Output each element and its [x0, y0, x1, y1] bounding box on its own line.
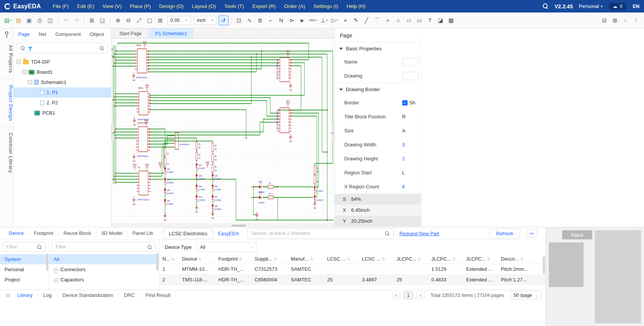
sidebar-tab-common-library[interactable]: Common Library — [0, 127, 13, 179]
gnd-flag-icon[interactable]: ⊥▾ — [319, 16, 329, 25]
sort-icon[interactable]: ⇅ — [487, 257, 490, 261]
property-input[interactable] — [402, 72, 419, 80]
tab-3d-model[interactable]: 3D Model — [96, 231, 128, 236]
annotate-icon[interactable]: ⊟ — [599, 16, 609, 25]
column-header-jlcpc[interactable]: JLCPC...⇅ — [394, 254, 428, 264]
property-field-drawing[interactable] — [402, 72, 421, 80]
tree-node-pcb1[interactable]: PCB1 — [14, 108, 111, 118]
collapse-toggle-icon[interactable]: − — [17, 60, 21, 64]
circle-tool-icon[interactable]: ○ — [393, 16, 403, 25]
column-header-suppli[interactable]: Suppli...⇅ — [252, 254, 288, 264]
grid-size-select[interactable]: 0.05▾ — [167, 16, 190, 25]
scope-filter-input[interactable] — [6, 244, 34, 250]
column-header-jlcpc[interactable]: JLCPC...⇅ — [428, 254, 463, 264]
menu-edit-e[interactable]: Edit (E) — [73, 0, 98, 12]
undo-icon[interactable]: ↶ — [61, 16, 71, 25]
property-field-drawing-width[interactable]: 3 — [402, 142, 421, 147]
bus-tool-icon[interactable]: ≣ — [255, 16, 265, 25]
menu-file-f[interactable]: File (F) — [48, 0, 73, 12]
open-folder-icon[interactable]: ▨ — [14, 16, 23, 25]
column-header-descri[interactable]: Descri...⇅ — [498, 254, 545, 264]
scope-scrollbar[interactable] — [46, 253, 48, 271]
ellipse-tool-icon[interactable]: ○ — [404, 16, 414, 25]
wire-tool-icon[interactable]: ∿ — [245, 16, 255, 25]
language-switch[interactable]: EN — [633, 3, 639, 9]
menu-help-h[interactable]: Help (H) — [342, 0, 369, 12]
category-capacitors[interactable]: +Capacitors — [49, 275, 159, 285]
category-all[interactable]: All — [49, 254, 159, 264]
menu-tools-t[interactable]: Tools (T) — [220, 0, 249, 12]
redo-icon[interactable]: ↷ — [71, 16, 81, 25]
tab-panel-lib[interactable]: Panel Lib — [128, 231, 158, 236]
tab-footprint[interactable]: Footprint — [29, 231, 59, 236]
sidebar-tab-all-projects[interactable]: All Projects — [0, 39, 13, 79]
schematic-drawing[interactable]: HEG-ASN74HCT161N(LX)HEG-BSN74HCT161N(LX)… — [111, 39, 334, 227]
part-search-input[interactable] — [251, 231, 385, 236]
tab-component[interactable]: Component — [51, 31, 85, 37]
sort-icon[interactable]: ⇅ — [273, 257, 277, 261]
find-similar-icon[interactable]: ◲ — [97, 16, 107, 25]
print-icon[interactable]: ⎙ — [35, 16, 45, 25]
tab-lcsc-electronics[interactable]: LCSC Electronics — [163, 228, 213, 239]
dock-tab-library[interactable]: Library — [12, 293, 38, 298]
property-field-x-region-count[interactable]: 6 — [402, 184, 421, 189]
property-field-title-block-position[interactable]: R — [402, 114, 421, 120]
table-scrollbar[interactable] — [543, 256, 545, 274]
text-tool-icon[interactable]: T — [425, 16, 435, 25]
category-scrollbar[interactable] — [156, 253, 159, 271]
project-search-input[interactable] — [35, 45, 96, 51]
column-header-footprint[interactable]: Footprint⇅ — [215, 254, 252, 264]
dock-pin-icon[interactable]: ⊟ — [6, 293, 10, 298]
tab-reuse-block[interactable]: Reuse Block — [59, 231, 96, 236]
request-new-part-link[interactable]: Request New Part — [399, 231, 439, 236]
table-row[interactable]: 1MTMM-10...HDR-TH_...C7312573SAMTEC1.512… — [159, 264, 545, 275]
bus-entry-icon[interactable]: ⌐ — [266, 16, 276, 25]
section-header-drawing-border[interactable]: Drawing Border — [335, 83, 421, 96]
tree-node-1-p1[interactable]: 1. P1 — [14, 87, 111, 98]
dock-tab-device-standardization[interactable]: Device Standardization — [57, 293, 119, 298]
zoom-region-icon[interactable]: ▢ — [145, 16, 154, 25]
last-page-button[interactable]: >| — [416, 292, 425, 299]
tab-device[interactable]: Device — [4, 231, 29, 236]
property-field-name[interactable] — [402, 58, 421, 66]
zoom-in-icon[interactable]: ⊕ — [113, 16, 123, 25]
sort-icon[interactable]: ⇅ — [381, 257, 385, 261]
scope-system[interactable]: System — [0, 254, 49, 264]
sort-icon[interactable]: ⇅ — [239, 257, 242, 261]
account-menu[interactable]: Personal ▾ — [579, 3, 602, 9]
column-header-n[interactable]: N...⇅ — [159, 254, 179, 264]
arc-tool-icon[interactable]: ⌒ — [372, 16, 382, 25]
tree-node-td4-dip[interactable]: −TD4-DIP — [14, 57, 111, 67]
collapse-left-panel-handle[interactable]: ◄ — [111, 124, 114, 141]
current-page[interactable]: 1 — [403, 292, 413, 299]
fit-window-icon[interactable]: ⤢ — [134, 16, 144, 25]
column-header-manuf[interactable]: Manuf...⇅ — [288, 254, 324, 264]
sort-icon[interactable]: ⇅ — [171, 257, 175, 261]
design-manager-icon[interactable]: ⊞ — [87, 16, 97, 25]
doc-tab-start-page[interactable]: Start Page — [113, 28, 148, 38]
no-connect-icon[interactable]: × — [340, 16, 350, 25]
tab-net[interactable]: Net — [34, 31, 51, 37]
table-tool-icon[interactable]: ▦ — [446, 16, 456, 25]
net-port-icon[interactable]: ► — [298, 16, 307, 25]
expand-panel-button[interactable]: >> — [526, 229, 537, 238]
sort-icon[interactable]: ⇅ — [347, 257, 350, 261]
search-icon[interactable] — [385, 231, 390, 236]
place-button[interactable]: Place — [562, 230, 592, 239]
menu-order-a[interactable]: Order (A) — [280, 0, 309, 12]
sort-icon[interactable]: ⇅ — [452, 257, 456, 261]
vcc-flag-icon[interactable]: VCC▾ — [308, 16, 319, 25]
expand-plus-icon[interactable]: + — [54, 268, 58, 273]
section-header-basic-properties[interactable]: Basic Properties — [335, 42, 421, 55]
app-logo[interactable]: EasyEDA — [5, 3, 41, 10]
checkbox-checked-icon[interactable]: ✓ — [402, 100, 408, 106]
bezier-tool-icon[interactable]: ✎ — [351, 16, 361, 25]
property-field-region-start[interactable]: L — [402, 170, 421, 175]
tab-page[interactable]: Page — [14, 31, 34, 37]
net-flag-icon[interactable]: ⊳ — [287, 16, 297, 25]
zoom-out-icon[interactable]: ⊖ — [124, 16, 133, 25]
doc-tab-p1-schematic1[interactable]: P1.Schematic1 — [149, 28, 193, 38]
freehand-tool-icon[interactable]: ≈ — [383, 16, 392, 25]
distribute-icon[interactable]: ‖ — [631, 16, 641, 25]
collapse-toggle-icon[interactable]: − — [28, 80, 32, 84]
